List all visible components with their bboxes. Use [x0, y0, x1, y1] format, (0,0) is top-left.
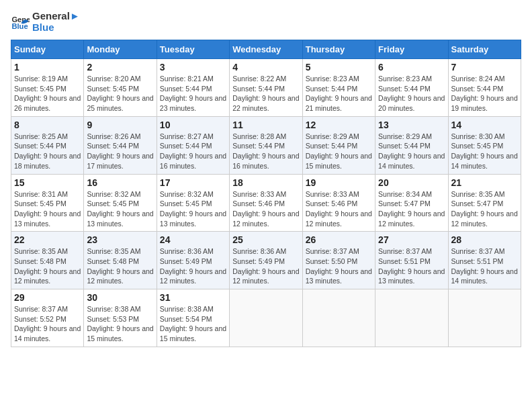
day-info: Sunrise: 8:22 AM Sunset: 5:44 PM Dayligh…: [232, 74, 299, 113]
day-info: Sunrise: 8:37 AM Sunset: 5:51 PM Dayligh…: [451, 246, 518, 286]
day-cell: 26 Sunrise: 8:37 AM Sunset: 5:50 PM Dayl…: [302, 232, 375, 289]
day-info: Sunrise: 8:29 AM Sunset: 5:44 PM Dayligh…: [306, 132, 372, 171]
day-cell: 8 Sunrise: 8:25 AM Sunset: 5:44 PM Dayli…: [11, 116, 84, 174]
day-cell: 2 Sunrise: 8:20 AM Sunset: 5:45 PM Dayli…: [84, 59, 157, 117]
day-number: 8: [14, 120, 81, 130]
svg-text:Blue: Blue: [11, 21, 28, 30]
day-number: 15: [14, 177, 81, 188]
day-info: Sunrise: 8:23 AM Sunset: 5:44 PM Dayligh…: [306, 74, 372, 113]
day-number: 23: [87, 234, 153, 245]
day-cell: [302, 289, 375, 347]
day-info: Sunrise: 8:26 AM Sunset: 5:44 PM Dayligh…: [87, 132, 153, 171]
day-number: 9: [87, 120, 153, 130]
day-number: 10: [160, 120, 226, 130]
day-number: 3: [160, 62, 226, 73]
day-info: Sunrise: 8:31 AM Sunset: 5:45 PM Dayligh…: [14, 189, 81, 229]
week-row-5: 29 Sunrise: 8:37 AM Sunset: 5:52 PM Dayl…: [11, 289, 521, 347]
day-info: Sunrise: 8:35 AM Sunset: 5:48 PM Dayligh…: [14, 246, 81, 286]
week-row-2: 8 Sunrise: 8:25 AM Sunset: 5:44 PM Dayli…: [11, 116, 521, 174]
logo-icon: General Blue: [11, 13, 30, 32]
day-cell: 1 Sunrise: 8:19 AM Sunset: 5:45 PM Dayli…: [11, 59, 84, 117]
day-number: 6: [378, 62, 445, 73]
day-number: 21: [451, 177, 518, 188]
day-number: 12: [306, 120, 372, 130]
day-number: 28: [451, 234, 518, 245]
day-cell: 11 Sunrise: 8:28 AM Sunset: 5:44 PM Dayl…: [230, 116, 302, 174]
day-info: Sunrise: 8:24 AM Sunset: 5:44 PM Dayligh…: [451, 74, 518, 113]
day-number: 24: [160, 234, 226, 245]
day-cell: 23 Sunrise: 8:35 AM Sunset: 5:48 PM Dayl…: [84, 232, 157, 289]
day-number: 22: [14, 234, 81, 245]
day-cell: 3 Sunrise: 8:21 AM Sunset: 5:44 PM Dayli…: [157, 59, 229, 117]
day-info: Sunrise: 8:37 AM Sunset: 5:50 PM Dayligh…: [306, 246, 372, 286]
day-info: Sunrise: 8:38 AM Sunset: 5:54 PM Dayligh…: [160, 304, 226, 344]
day-info: Sunrise: 8:32 AM Sunset: 5:45 PM Dayligh…: [87, 189, 153, 229]
day-number: 2: [87, 62, 153, 73]
day-info: Sunrise: 8:35 AM Sunset: 5:47 PM Dayligh…: [451, 189, 518, 229]
day-number: 11: [232, 120, 299, 130]
day-number: 19: [306, 177, 372, 188]
weekday-header-thursday: Thursday: [302, 40, 375, 59]
day-cell: 19 Sunrise: 8:33 AM Sunset: 5:46 PM Dayl…: [302, 174, 375, 232]
day-cell: 21 Sunrise: 8:35 AM Sunset: 5:47 PM Dayl…: [448, 174, 521, 232]
day-cell: 18 Sunrise: 8:33 AM Sunset: 5:46 PM Dayl…: [230, 174, 302, 232]
day-cell: 15 Sunrise: 8:31 AM Sunset: 5:45 PM Dayl…: [11, 174, 84, 232]
week-row-4: 22 Sunrise: 8:35 AM Sunset: 5:48 PM Dayl…: [11, 232, 521, 289]
day-cell: 13 Sunrise: 8:29 AM Sunset: 5:44 PM Dayl…: [375, 116, 448, 174]
day-number: 7: [451, 62, 518, 73]
weekday-header-friday: Friday: [375, 40, 448, 59]
day-cell: 10 Sunrise: 8:27 AM Sunset: 5:44 PM Dayl…: [157, 116, 229, 174]
day-info: Sunrise: 8:20 AM Sunset: 5:45 PM Dayligh…: [87, 74, 153, 113]
day-number: 30: [87, 292, 153, 303]
day-info: Sunrise: 8:36 AM Sunset: 5:49 PM Dayligh…: [160, 246, 226, 286]
day-number: 17: [160, 177, 226, 188]
day-number: 4: [232, 62, 299, 73]
day-number: 16: [87, 177, 153, 188]
day-number: 25: [232, 234, 299, 245]
day-cell: 30 Sunrise: 8:38 AM Sunset: 5:53 PM Dayl…: [84, 289, 157, 347]
day-cell: [448, 289, 521, 347]
day-number: 20: [378, 177, 445, 188]
day-number: 1: [14, 62, 81, 73]
day-number: 5: [306, 62, 372, 73]
week-row-1: 1 Sunrise: 8:19 AM Sunset: 5:45 PM Dayli…: [11, 59, 521, 117]
day-number: 29: [14, 292, 81, 303]
day-number: 18: [232, 177, 299, 188]
day-cell: 25 Sunrise: 8:36 AM Sunset: 5:49 PM Dayl…: [230, 232, 302, 289]
day-cell: 29 Sunrise: 8:37 AM Sunset: 5:52 PM Dayl…: [11, 289, 84, 347]
day-info: Sunrise: 8:33 AM Sunset: 5:46 PM Dayligh…: [232, 189, 299, 229]
day-info: Sunrise: 8:23 AM Sunset: 5:44 PM Dayligh…: [378, 74, 445, 113]
day-info: Sunrise: 8:28 AM Sunset: 5:44 PM Dayligh…: [232, 132, 299, 171]
weekday-header-row: SundayMondayTuesdayWednesdayThursdayFrid…: [11, 40, 521, 59]
day-cell: 31 Sunrise: 8:38 AM Sunset: 5:54 PM Dayl…: [157, 289, 229, 347]
day-cell: 14 Sunrise: 8:30 AM Sunset: 5:45 PM Dayl…: [448, 116, 521, 174]
day-cell: 17 Sunrise: 8:32 AM Sunset: 5:45 PM Dayl…: [157, 174, 229, 232]
day-cell: 5 Sunrise: 8:23 AM Sunset: 5:44 PM Dayli…: [302, 59, 375, 117]
day-cell: 28 Sunrise: 8:37 AM Sunset: 5:51 PM Dayl…: [448, 232, 521, 289]
day-info: Sunrise: 8:34 AM Sunset: 5:47 PM Dayligh…: [378, 189, 445, 229]
day-cell: 4 Sunrise: 8:22 AM Sunset: 5:44 PM Dayli…: [230, 59, 302, 117]
weekday-header-wednesday: Wednesday: [230, 40, 302, 59]
day-info: Sunrise: 8:37 AM Sunset: 5:52 PM Dayligh…: [14, 304, 81, 344]
day-info: Sunrise: 8:32 AM Sunset: 5:45 PM Dayligh…: [160, 189, 226, 229]
day-cell: 12 Sunrise: 8:29 AM Sunset: 5:44 PM Dayl…: [302, 116, 375, 174]
weekday-header-saturday: Saturday: [448, 40, 521, 59]
day-cell: 6 Sunrise: 8:23 AM Sunset: 5:44 PM Dayli…: [375, 59, 448, 117]
day-info: Sunrise: 8:25 AM Sunset: 5:44 PM Dayligh…: [14, 132, 81, 171]
day-cell: 7 Sunrise: 8:24 AM Sunset: 5:44 PM Dayli…: [448, 59, 521, 117]
day-cell: 24 Sunrise: 8:36 AM Sunset: 5:49 PM Dayl…: [157, 232, 229, 289]
day-info: Sunrise: 8:38 AM Sunset: 5:53 PM Dayligh…: [87, 304, 153, 344]
logo-general: General►: [32, 11, 80, 22]
day-info: Sunrise: 8:21 AM Sunset: 5:44 PM Dayligh…: [160, 74, 226, 113]
day-cell: 9 Sunrise: 8:26 AM Sunset: 5:44 PM Dayli…: [84, 116, 157, 174]
day-info: Sunrise: 8:36 AM Sunset: 5:49 PM Dayligh…: [232, 246, 299, 286]
day-cell: 16 Sunrise: 8:32 AM Sunset: 5:45 PM Dayl…: [84, 174, 157, 232]
day-info: Sunrise: 8:37 AM Sunset: 5:51 PM Dayligh…: [378, 246, 445, 286]
day-info: Sunrise: 8:30 AM Sunset: 5:45 PM Dayligh…: [451, 132, 518, 171]
day-cell: [375, 289, 448, 347]
weekday-header-monday: Monday: [84, 40, 157, 59]
day-info: Sunrise: 8:29 AM Sunset: 5:44 PM Dayligh…: [378, 132, 445, 171]
day-number: 27: [378, 234, 445, 245]
day-number: 14: [451, 120, 518, 130]
calendar: SundayMondayTuesdayWednesdayThursdayFrid…: [11, 40, 521, 347]
